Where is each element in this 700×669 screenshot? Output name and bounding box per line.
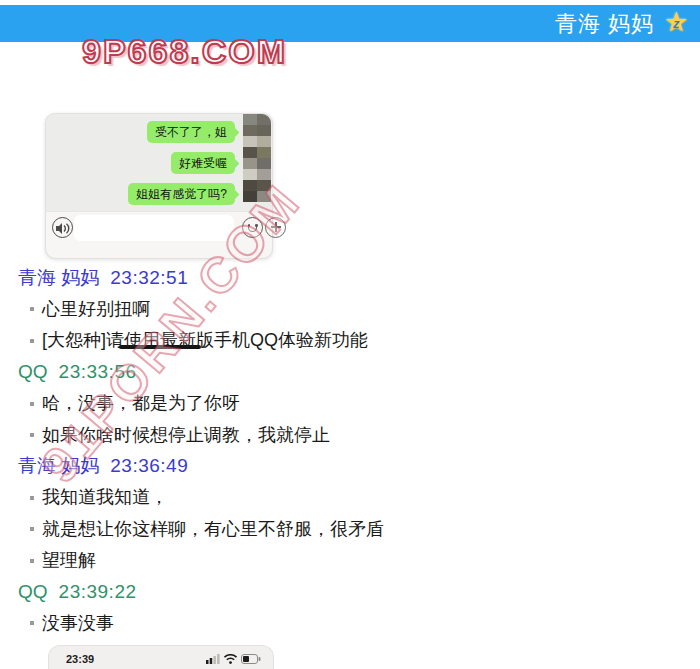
chat-log: 青海 妈妈23:32:51心里好别扭啊[大怨种]请使用最新版手机QQ体验新功能Q… [0, 262, 700, 639]
bullet-icon [30, 559, 34, 563]
mosaic-cell [243, 114, 257, 125]
embedded-chat-screenshot: 受不了了，姐 好难受喔 姐姐有感觉了吗? [45, 113, 273, 259]
message-sender: 青海 妈妈 [18, 265, 99, 291]
mosaic-cell [243, 125, 257, 136]
bubble-tail [230, 159, 240, 169]
message-time: 23:32:51 [110, 267, 188, 289]
bubble-tail [230, 128, 240, 138]
message-sender: QQ [18, 581, 48, 603]
chat-bubble-text: 受不了了，姐 [155, 125, 227, 139]
mosaic-cell [243, 158, 257, 169]
message-time: 23:36:49 [110, 455, 188, 477]
bullet-icon [30, 433, 34, 437]
bullet-icon [30, 496, 34, 500]
message-text: 就是想让你这样聊，有心里不舒服，很矛盾 [42, 517, 384, 541]
message-header: QQ23:39:22 [0, 576, 700, 607]
message-text: 我知道我知道， [42, 485, 168, 509]
bottom-phone-screenshot: 23:39 [48, 645, 274, 669]
chat-bubble: 受不了了，姐 [147, 121, 235, 143]
message-line: 望理解 [0, 545, 700, 576]
message-text: 望理解 [42, 548, 96, 572]
message-text: 哈，没事，都是为了你呀 [42, 391, 240, 415]
bubble-tail [230, 190, 240, 200]
mosaic-cell [257, 191, 271, 202]
mosaic-cell [257, 114, 271, 125]
message-line: 我知道我知道， [0, 482, 700, 513]
message-time: 23:39:22 [59, 581, 137, 603]
message-line: 哈，没事，都是为了你呀 [0, 388, 700, 419]
mosaic-cell [257, 180, 271, 191]
mosaic-cell [257, 125, 271, 136]
message-text: 如果你啥时候想停止调教，我就停止 [42, 423, 330, 447]
mosaic-cell [243, 191, 257, 202]
chat-bubble: 好难受喔 [171, 152, 235, 174]
message-line: 没事没事 [0, 607, 700, 638]
mosaic-cell [257, 147, 271, 158]
status-icons [206, 654, 261, 664]
emoji-icon[interactable] [242, 217, 263, 238]
bullet-icon [30, 339, 34, 343]
message-line: 就是想让你这样聊，有心里不舒服，很矛盾 [0, 513, 700, 544]
message-header: 青海 妈妈23:36:49 [0, 450, 700, 481]
message-text: [大怨种]请使用最新版手机QQ体验新功能 [42, 328, 368, 352]
voice-message-icon[interactable] [52, 217, 73, 238]
mosaic-cell [257, 169, 271, 180]
message-header: QQ23:33:56 [0, 356, 700, 387]
message-input-field[interactable] [74, 215, 234, 241]
chat-title: 青海 妈妈 [555, 9, 654, 39]
message-line: 心里好别扭啊 [0, 293, 700, 324]
message-line: [大怨种]请使用最新版手机QQ体验新功能 [0, 325, 700, 356]
plus-icon[interactable] [265, 217, 286, 238]
chat-bubble-text: 姐姐有感觉了吗? [136, 187, 227, 201]
bullet-icon [30, 402, 34, 406]
message-line: 如果你啥时候想停止调教，我就停止 [0, 419, 700, 450]
message-text: 没事没事 [42, 611, 114, 635]
battery-icon [241, 654, 261, 664]
message-header: 青海 妈妈23:32:51 [0, 262, 700, 293]
mosaic-cell [243, 169, 257, 180]
chat-bubble-text: 好难受喔 [179, 156, 227, 170]
mosaic-cell [243, 180, 257, 191]
mosaic-cell [243, 136, 257, 147]
phone-status-bar: 23:39 [49, 646, 273, 665]
bullet-icon [30, 527, 34, 531]
bullet-icon [30, 307, 34, 311]
message-sender: QQ [18, 361, 48, 383]
message-sender: 青海 妈妈 [18, 453, 99, 479]
mosaic-cell [257, 136, 271, 147]
pixelated-avatar [243, 114, 271, 202]
message-text: 心里好别扭啊 [42, 297, 150, 321]
bullet-icon [30, 621, 34, 625]
chat-bubble: 姐姐有感觉了吗? [128, 183, 235, 205]
star-badge-icon: ★ z [664, 10, 692, 38]
mosaic-cell [243, 147, 257, 158]
header-bar: 青海 妈妈 ★ z [0, 5, 700, 42]
cellular-signal-icon [206, 654, 220, 664]
wifi-icon [224, 654, 237, 664]
star-letter: z [673, 16, 680, 31]
status-time: 23:39 [66, 653, 94, 665]
message-time: 23:33:56 [59, 361, 137, 383]
mosaic-cell [257, 158, 271, 169]
